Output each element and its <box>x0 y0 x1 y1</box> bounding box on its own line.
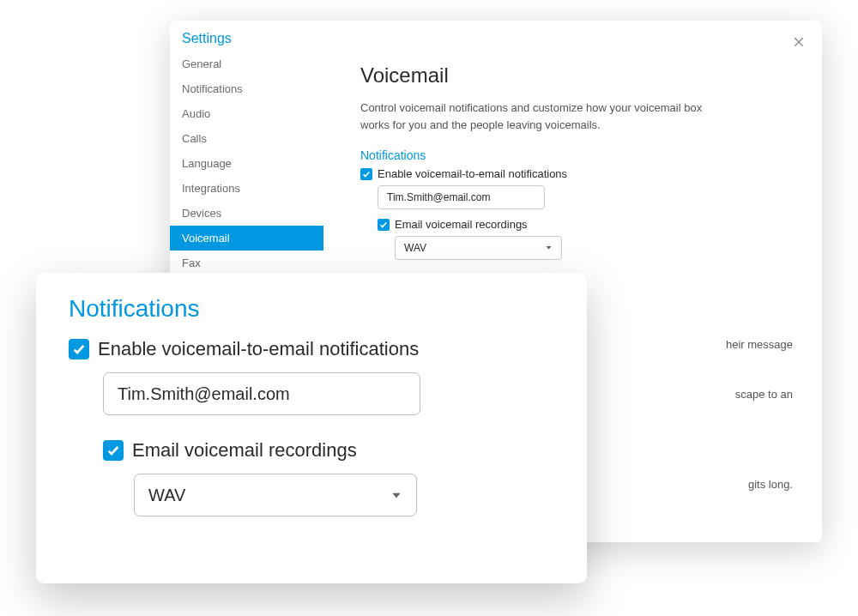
zoom-recordings-row: Email voicemail recordings <box>103 439 554 462</box>
enable-vm-email-row: Enable voicemail-to-email notifications <box>360 167 793 180</box>
email-recordings-label: Email voicemail recordings <box>395 218 528 231</box>
page-title: Voicemail <box>360 63 793 88</box>
zoom-email-input[interactable] <box>103 372 420 415</box>
sidebar-item-notifications[interactable]: Notifications <box>170 76 323 101</box>
zoom-recordings-label: Email voicemail recordings <box>132 439 357 462</box>
sidebar-item-calls[interactable]: Calls <box>170 126 323 151</box>
enable-vm-email-label: Enable voicemail-to-email notifications <box>378 167 567 180</box>
svg-marker-3 <box>392 492 400 498</box>
hint-text-3: gits long. <box>748 478 793 491</box>
zoom-format-value: WAV <box>148 486 185 505</box>
check-icon <box>362 170 371 178</box>
check-icon <box>379 220 388 229</box>
enable-vm-email-checkbox[interactable] <box>360 168 372 180</box>
zoom-enable-checkbox[interactable] <box>69 339 89 359</box>
recording-format-value: WAV <box>404 242 426 254</box>
vm-email-input[interactable] <box>378 185 545 209</box>
zoom-format-select[interactable]: WAV <box>134 474 417 516</box>
zoom-heading: Notifications <box>69 295 554 323</box>
zoom-enable-row: Enable voicemail-to-email notifications <box>69 338 554 360</box>
sidebar-item-general[interactable]: General <box>170 51 323 76</box>
check-icon <box>72 342 86 356</box>
close-icon <box>792 35 806 49</box>
sidebar-item-integrations[interactable]: Integrations <box>170 176 323 201</box>
zoom-recordings-checkbox[interactable] <box>103 440 124 461</box>
hint-text-1: heir message <box>726 338 793 351</box>
email-recordings-row: Email voicemail recordings <box>378 218 793 231</box>
sidebar-item-devices[interactable]: Devices <box>170 201 323 226</box>
zoom-enable-label: Enable voicemail-to-email notifications <box>98 338 419 360</box>
chevron-down-icon <box>390 486 402 505</box>
recording-format-select[interactable]: WAV <box>395 236 562 260</box>
close-button[interactable] <box>788 31 810 53</box>
check-icon <box>106 444 120 457</box>
section-notifications-header: Notifications <box>360 148 793 162</box>
sidebar-item-audio[interactable]: Audio <box>170 101 323 126</box>
email-recordings-checkbox[interactable] <box>378 219 390 231</box>
hint-text-2: scape to an <box>735 388 793 401</box>
notifications-zoom-card: Notifications Enable voicemail-to-email … <box>36 273 587 583</box>
sidebar-item-voicemail[interactable]: Voicemail <box>170 226 323 251</box>
svg-marker-2 <box>547 246 552 250</box>
sidebar-item-language[interactable]: Language <box>170 151 323 176</box>
chevron-down-icon <box>545 242 553 254</box>
page-description: Control voicemail notifications and cust… <box>360 100 729 133</box>
sidebar-header: Settings <box>170 27 323 51</box>
sidebar-item-fax[interactable]: Fax <box>170 251 323 275</box>
